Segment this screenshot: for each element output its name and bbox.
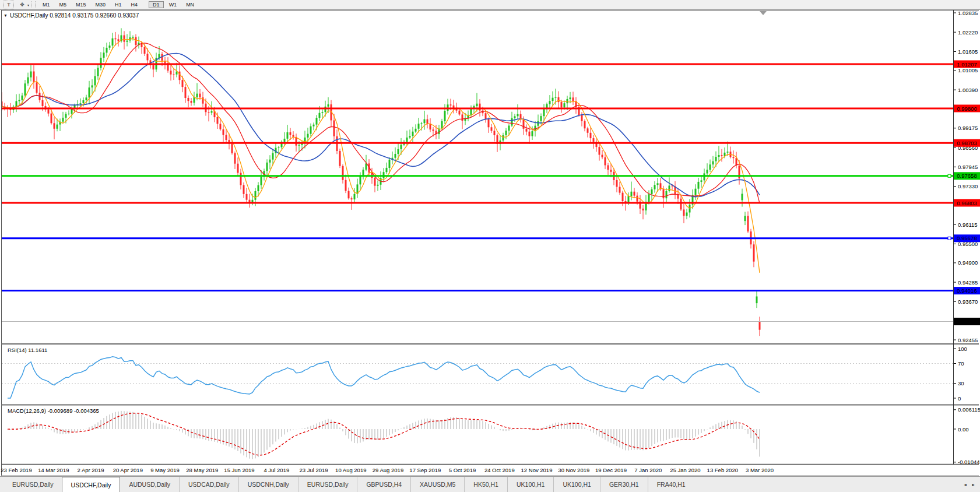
timeframe-button-m15[interactable]: M15 — [72, 1, 90, 8]
macd-indicator-label: MACD(12,26,9) -0.009689 -0.004365 — [8, 407, 99, 414]
collapse-triangle-icon[interactable]: ▼ — [3, 13, 8, 17]
symbol-tab-gbpusd-h4[interactable]: GBPUSD,H4 — [357, 477, 410, 492]
symbol-tab-uk100-h1[interactable]: UK100,H1 — [507, 477, 553, 492]
toolbar-separator — [31, 1, 36, 8]
price-chip-text: 0.95678 — [957, 235, 977, 241]
line-handle[interactable] — [948, 237, 951, 240]
price-axis-tick: 0.99175 — [958, 125, 978, 131]
price-axis-tick: 0.96115 — [958, 222, 978, 228]
price-axis-tick: 1.00390 — [958, 87, 978, 93]
date-axis-label[interactable]: 10 Aug 2019 — [335, 467, 366, 473]
symbol-tab-bar: EURUSD,DailyUSDCHF,DailyAUDUSD,DailyUSDC… — [0, 476, 980, 492]
chart-background — [0, 10, 980, 476]
date-axis-label[interactable]: 23 Feb 2019 — [1, 467, 31, 473]
chart-canvas[interactable]: 1.028351.022201.016051.010051.003900.991… — [0, 10, 980, 476]
cursor-tool-icon[interactable]: ✥ — [17, 1, 27, 9]
price-axis-tick: 1.02220 — [958, 29, 978, 36]
date-axis-label[interactable]: 19 Dec 2019 — [595, 467, 627, 473]
price-chip-text: 0.98703 — [957, 140, 977, 146]
price-axis-tick: 1.01005 — [958, 67, 978, 73]
timeframe-button-w1[interactable]: W1 — [165, 1, 181, 8]
macd-axis-tick: 0.006115 — [958, 406, 980, 413]
top-toolbar: T ✥ ▾ M1M5M15M30H1H4D1W1MN — [0, 0, 980, 10]
rsi-axis-tick: 70 — [958, 360, 964, 367]
tab-scroll-left-icon[interactable]: ◄ — [963, 483, 967, 487]
date-axis-label[interactable]: 25 Jan 2020 — [670, 467, 700, 473]
symbol-tabs: EURUSD,DailyUSDCHF,DailyAUDUSD,DailyUSDC… — [3, 477, 694, 492]
macd-axis-tick: -0.010441 — [958, 459, 980, 465]
date-axis-label[interactable]: 23 Jul 2019 — [299, 467, 328, 473]
price-chip-text: 0.99800 — [957, 106, 977, 112]
rsi-axis-tick: 30 — [958, 380, 964, 386]
timeframe-button-h1[interactable]: H1 — [111, 1, 126, 8]
symbol-tab-audusd-daily[interactable]: AUDUSD,Daily — [120, 477, 179, 492]
timeframe-button-group: M1M5M15M30H1H4D1W1MN — [38, 1, 199, 9]
timeframe-button-m1[interactable]: M1 — [38, 1, 54, 8]
rsi-indicator-label: RSI(14) 11.1611 — [8, 347, 47, 353]
symbol-tab-ger30-h1[interactable]: GER30,H1 — [600, 477, 648, 492]
timeframe-button-h4[interactable]: H4 — [127, 1, 142, 8]
price-chip-text: 0.96803 — [957, 200, 977, 206]
price-chip-text: 1.01207 — [957, 61, 977, 68]
date-axis-label[interactable]: 28 May 2019 — [186, 467, 218, 473]
price-chip-text: 0.97658 — [957, 173, 977, 179]
chart-window[interactable]: 1.028351.022201.016051.010051.003900.991… — [0, 10, 980, 476]
date-axis-label[interactable]: 5 Oct 2019 — [449, 467, 476, 473]
symbol-tab-eurusd-daily[interactable]: EURUSD,Daily — [298, 477, 357, 492]
price-axis-tick: 0.97330 — [958, 183, 978, 189]
chart-title: ▼USDCHF,Daily 0.92814 0.93175 0.92660 0.… — [3, 12, 139, 19]
symbol-tab-xauusd-m5[interactable]: XAUUSD,M5 — [410, 477, 464, 492]
symbol-tab-usdchf-daily[interactable]: USDCHF,Daily — [62, 477, 121, 492]
line-handle[interactable] — [948, 174, 951, 177]
symbol-tab-fra40-h1[interactable]: FRA40,H1 — [648, 477, 694, 492]
price-axis-tick: 0.97945 — [958, 164, 978, 170]
cursor-tool-dropdown-icon[interactable]: ▾ — [27, 3, 29, 7]
date-axis-label[interactable]: 24 Oct 2019 — [484, 467, 515, 473]
date-axis-label[interactable]: 29 Aug 2019 — [373, 467, 403, 473]
price-axis-tick: 0.94285 — [958, 279, 978, 286]
date-axis-label[interactable]: 12 Nov 2019 — [521, 467, 553, 473]
price-axis-tick: 0.92455 — [958, 337, 978, 343]
price-axis-tick: 0.93670 — [958, 298, 978, 305]
price-axis-tick: 0.94900 — [958, 259, 978, 266]
price-axis-tick: 1.01605 — [958, 48, 978, 55]
timeframe-button-m5[interactable]: M5 — [55, 1, 71, 8]
timeframe-button-d1[interactable]: D1 — [149, 1, 164, 8]
date-axis-label[interactable]: 15 Jun 2019 — [224, 467, 254, 473]
symbol-tab-usdcnh-daily[interactable]: USDCNH,Daily — [238, 477, 298, 492]
price-chip-text: 0.94016 — [957, 287, 977, 294]
symbol-tab-uk100-h1[interactable]: UK100,H1 — [553, 477, 599, 492]
price-chip-text: 0.93037 — [957, 318, 977, 325]
date-axis-label[interactable]: 13 Feb 2020 — [707, 467, 738, 473]
symbol-tab-hk50-h1[interactable]: HK50,H1 — [464, 477, 507, 492]
timeframe-button-m30[interactable]: M30 — [92, 1, 110, 8]
date-axis-label[interactable]: 17 Sep 2019 — [409, 467, 441, 473]
symbol-tab-usdcad-daily[interactable]: USDCAD,Daily — [179, 477, 238, 492]
date-axis-label[interactable]: 9 May 2019 — [150, 467, 180, 473]
symbol-tab-eurusd-daily[interactable]: EURUSD,Daily — [3, 477, 62, 492]
date-axis-label[interactable]: 7 Jan 2020 — [634, 467, 662, 473]
date-axis-label[interactable]: 20 Apr 2019 — [113, 467, 143, 473]
date-axis-label[interactable]: 30 Nov 2019 — [558, 467, 589, 473]
tab-scroll-arrows: ◄ ► — [959, 477, 975, 492]
date-axis-label[interactable]: 2 Apr 2019 — [78, 467, 104, 473]
date-axis-label[interactable]: 4 Jul 2019 — [264, 467, 289, 473]
text-tool-icon[interactable]: T — [3, 1, 14, 9]
date-axis-label[interactable]: 14 Mar 2019 — [38, 467, 69, 473]
date-axis: 23 Feb 201914 Mar 20192 Apr 201920 Apr 2… — [1, 467, 774, 473]
price-axis-tick: 1.02835 — [958, 10, 978, 16]
rsi-axis-tick: 0 — [958, 395, 961, 402]
date-axis-label[interactable]: 3 Mar 2020 — [746, 467, 774, 473]
timeframe-button-mn[interactable]: MN — [182, 1, 198, 8]
rsi-axis-tick: 100 — [958, 346, 967, 352]
macd-axis-tick: 0.00 — [958, 426, 969, 433]
tab-scroll-right-icon[interactable]: ► — [971, 483, 975, 487]
